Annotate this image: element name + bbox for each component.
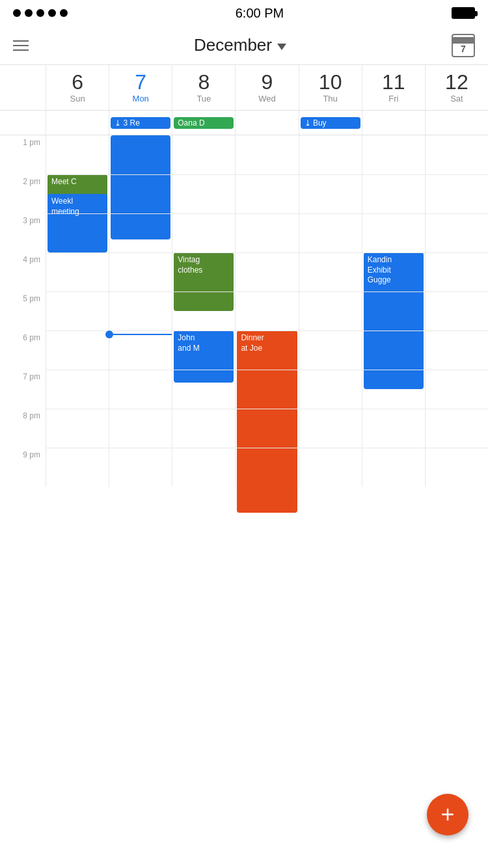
day-col-mon[interactable]: 7 Mon <box>109 65 172 110</box>
event-kandinsky-exhibit[interactable]: KandinExhibitGugge <box>364 252 424 389</box>
dot4 <box>48 9 56 17</box>
day-num-11: 11 <box>382 72 405 92</box>
hamburger-line3 <box>13 49 29 51</box>
allday-sun <box>46 111 109 135</box>
grid-col-tue: Vintagclothes Johnand M <box>172 135 235 487</box>
time-label-4pm: 4 pm <box>0 252 46 292</box>
day-label-thu: Thu <box>323 94 337 103</box>
event-weekly-meeting[interactable]: Weeklmeeting <box>47 194 107 252</box>
day-num-9: 9 <box>262 72 273 92</box>
day-col-wed[interactable]: 9 Wed <box>235 65 298 110</box>
day-headers: 6 Sun 7 Mon 8 Tue 9 Wed 10 Thu 11 Fri 12… <box>0 65 488 111</box>
event-blue-mon[interactable] <box>111 135 170 239</box>
month-label: December <box>194 35 272 55</box>
current-time-bar <box>113 334 172 335</box>
allday-event-3re[interactable]: ⤓ 3 Re <box>111 117 170 129</box>
time-grid-scroll[interactable]: 1 pm 2 pm 3 pm 4 pm 5 pm 6 pm 7 pm 8 pm … <box>0 135 488 868</box>
day-col-sun[interactable]: 6 Sun <box>46 65 109 110</box>
day-label-sun: Sun <box>70 94 85 103</box>
allday-event-buy[interactable]: ⤓ Buy <box>301 117 360 129</box>
time-label-9pm: 9 pm <box>0 448 46 487</box>
today-button[interactable]: 7 <box>452 34 475 57</box>
time-label-8pm: 8 pm <box>0 409 46 448</box>
allday-row: ⤓ 3 Re Oana D ⤓ Buy <box>0 111 488 135</box>
day-num-8: 8 <box>198 72 210 92</box>
event-vintage-clothes[interactable]: Vintagclothes <box>174 252 234 311</box>
grid-col-sat <box>425 135 488 487</box>
time-label-6pm: 6 pm <box>0 331 46 370</box>
menu-button[interactable] <box>13 40 29 51</box>
dropdown-arrow-icon <box>277 44 286 50</box>
time-label-2pm: 2 pm <box>0 174 46 213</box>
day-num-6: 6 <box>72 72 83 92</box>
month-picker[interactable]: December <box>194 35 286 55</box>
grid-columns: Meet C Weeklmeeting Vintagclothes <box>46 135 488 487</box>
allday-thu[interactable]: ⤓ Buy <box>299 111 362 135</box>
time-label-1pm: 1 pm <box>0 135 46 174</box>
day-num-12: 12 <box>445 72 468 92</box>
calendar-icon-top <box>453 37 474 44</box>
battery-icon <box>452 7 475 19</box>
day-label-mon: Mon <box>133 94 149 103</box>
add-icon: + <box>441 803 454 826</box>
allday-tue[interactable]: Oana D <box>172 111 235 135</box>
allday-mon[interactable]: ⤓ 3 Re <box>109 111 172 135</box>
allday-fri <box>362 111 425 135</box>
allday-event-oana[interactable]: Oana D <box>174 117 234 129</box>
day-label-wed: Wed <box>258 94 276 103</box>
day-col-thu[interactable]: 10 Thu <box>299 65 362 110</box>
grid-col-sun: Meet C Weeklmeeting <box>46 135 109 487</box>
grid-col-mon <box>109 135 172 487</box>
day-col-fri[interactable]: 11 Fri <box>362 65 425 110</box>
time-labels: 1 pm 2 pm 3 pm 4 pm 5 pm 6 pm 7 pm 8 pm … <box>0 135 46 868</box>
current-time-indicator <box>109 331 172 338</box>
dot2 <box>25 9 33 17</box>
status-time: 6:00 PM <box>236 6 284 21</box>
time-label-7pm: 7 pm <box>0 370 46 409</box>
day-num-7: 7 <box>135 72 146 92</box>
grid-col-thu <box>299 135 362 487</box>
grid-col-fri: KandinExhibitGugge <box>362 135 425 487</box>
grid-col-wed: Dinnerat Joe <box>235 135 298 487</box>
day-num-10: 10 <box>319 72 342 92</box>
time-label-3pm: 3 pm <box>0 213 46 252</box>
allday-wed <box>235 111 298 135</box>
signal-dots <box>13 9 68 17</box>
day-col-tue[interactable]: 8 Tue <box>172 65 235 110</box>
add-event-button[interactable]: + <box>427 794 468 835</box>
day-label-tue: Tue <box>197 94 211 103</box>
dot1 <box>13 9 21 17</box>
time-label-5pm: 5 pm <box>0 292 46 331</box>
calendar-icon-day: 7 <box>461 44 466 54</box>
time-gutter-header <box>0 65 46 110</box>
allday-sat <box>425 111 488 135</box>
battery-fill <box>453 8 474 18</box>
hamburger-line2 <box>13 45 29 46</box>
day-label-fri: Fri <box>388 94 398 103</box>
hamburger-line1 <box>13 40 29 42</box>
day-label-sat: Sat <box>450 94 463 103</box>
event-john-and-m[interactable]: Johnand M <box>174 331 234 383</box>
day-col-sat[interactable]: 12 Sat <box>425 65 488 110</box>
status-bar: 6:00 PM <box>0 0 488 26</box>
header: December 7 <box>0 26 488 65</box>
event-dinner-at-joe[interactable]: Dinnerat Joe <box>237 331 297 513</box>
dot3 <box>36 9 44 17</box>
dot5 <box>60 9 68 17</box>
